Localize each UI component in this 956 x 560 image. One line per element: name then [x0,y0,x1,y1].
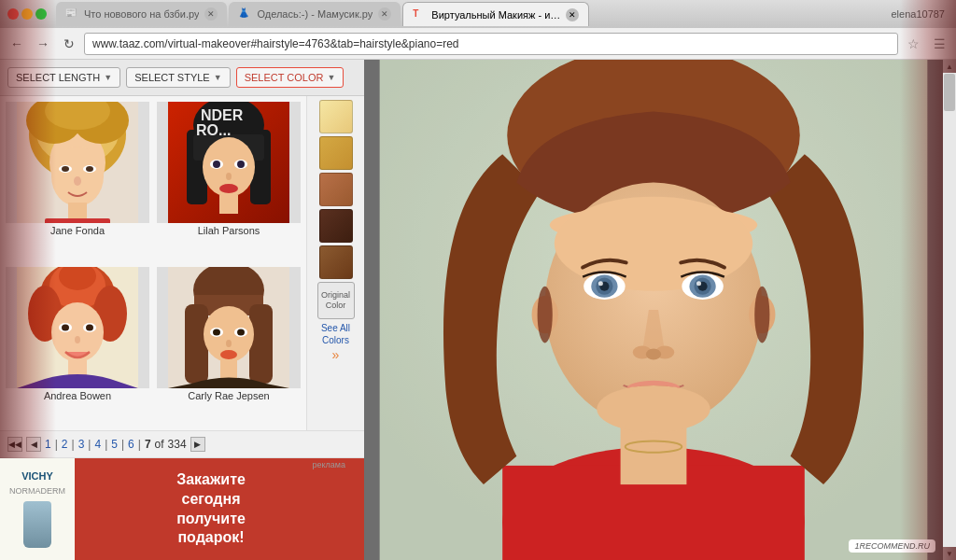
tab-mamusik[interactable]: 👗 Оделась:-) - Мамусик.ру ✕ [229,2,401,26]
color-swatch-light-blonde[interactable] [319,100,353,133]
tab-taaz[interactable]: T Виртуальный Макияж - из... ✕ [402,2,589,26]
page-content: SELECT LENGTH ▼ SELECT STYLE ▼ SELECT CO… [0,60,943,560]
page-7-current: 7 [145,438,151,451]
close-window-btn[interactable] [7,8,19,20]
select-length-label: SELECT LENGTH [16,72,100,83]
ad-label: реклама [313,460,346,469]
svg-point-75 [696,281,701,286]
user-label: elena10787 [891,8,945,20]
page-2[interactable]: 2 [62,438,68,451]
forward-button[interactable]: → [32,33,54,55]
svg-point-26 [219,184,238,193]
svg-point-12 [74,176,81,186]
ad-main-text: Закажитесегодняполучитеподарок! [176,470,246,548]
ad-section: реклама VICHY NORMADERM Закажитесегодняп… [0,457,364,560]
person-photo [364,60,943,560]
svg-point-24 [237,161,245,168]
original-color-label: Original Color [321,290,351,311]
tab-bbgi[interactable]: 📰 Что новового на бзби.ру ✕ [56,2,227,26]
url-bar[interactable] [84,33,898,55]
hairstyle-img-carly-rae-jepsen [157,267,301,388]
svg-rect-46 [185,304,208,384]
vichy-brand: VICHY [21,470,53,483]
see-all-arrow-icon: » [332,346,340,363]
select-color-label: SELECT COLOR [245,72,324,83]
hairstyle-item-carly-rae-jepsen[interactable]: Carly Rae Jepsen [155,265,302,427]
maximize-window-btn[interactable] [35,8,47,20]
hairstyle-item-lilah-parsons[interactable]: NDER RO... Lilah Parsons [155,100,302,261]
see-all-colors-btn[interactable]: See All Colors » [311,322,360,363]
tab3-close[interactable]: ✕ [566,8,579,21]
scroll-up-btn[interactable]: ▲ [943,60,956,73]
recommend-badge: 1RECOMMEND.RU [849,539,935,553]
hairstyle-grid: Jane Fonda [0,96,364,430]
color-swatch-dark-brown[interactable] [319,209,353,243]
ad-text-section: Закажитесегодняполучитеподарок! [75,458,347,560]
color-panel: Original Color See All Colors » [306,96,364,430]
ad-banner[interactable]: реклама VICHY NORMADERM Закажитесегодняп… [0,458,347,560]
scroll-thumb[interactable] [944,74,955,111]
page-1[interactable]: 1 [45,438,51,451]
ad-vichy-logo: VICHY NORMADERM [0,458,75,560]
vichy-product: NORMADERM [9,486,65,496]
tab1-favicon: 📰 [65,7,78,21]
color-swatch-blonde[interactable] [319,136,353,170]
hairstyle-img-lilah-parsons: NDER RO... [157,102,301,223]
svg-point-78 [646,348,661,359]
select-color-btn[interactable]: SELECT COLOR ▼ [236,67,344,88]
svg-point-84 [754,287,769,343]
tab3-favicon: T [413,8,426,21]
select-length-btn[interactable]: SELECT LENGTH ▼ [7,67,120,88]
left-panel: SELECT LENGTH ▼ SELECT STYLE ▼ SELECT CO… [0,60,364,560]
refresh-button[interactable]: ↻ [58,33,80,55]
hairstyle-item-jane-fonda[interactable]: Jane Fonda [4,100,151,261]
scroll-down-btn[interactable]: ▼ [943,547,956,560]
hairstyle-name-2: Andrea Bowen [44,388,111,403]
page-5[interactable]: 5 [111,438,118,451]
tab1-label: Что новового на бзби.ру [84,8,199,20]
select-style-btn[interactable]: SELECT STYLE ▼ [126,67,230,88]
menu-icon[interactable]: ☰ [928,33,950,55]
svg-point-38 [62,325,69,331]
scroll-track[interactable] [943,73,956,547]
color-swatch-medium-brown[interactable] [319,245,353,279]
pagination-next-btn[interactable]: ▶ [190,437,205,452]
svg-point-9 [62,166,69,172]
original-color-btn[interactable]: Original Color [317,282,355,319]
pagination-prev-btn[interactable]: ◀ [26,437,41,452]
color-swatch-auburn[interactable] [319,173,353,206]
tab1-close[interactable]: ✕ [204,7,218,21]
svg-point-54 [220,350,237,359]
svg-point-11 [86,166,93,172]
tab2-favicon: 👗 [238,7,251,21]
back-button[interactable]: ← [6,33,28,55]
svg-point-83 [538,287,553,343]
page-3[interactable]: 3 [78,438,85,451]
tab3-label: Виртуальный Макияж - из... [431,9,560,21]
minimize-window-btn[interactable] [21,8,33,20]
hairstyle-img-jane-fonda [6,102,149,223]
style-arrow-icon: ▼ [214,73,222,82]
ad-red-bar [347,458,364,560]
pagination-first-btn[interactable]: ◀◀ [7,437,22,452]
page-total: 334 [168,438,187,451]
scrollbar: ▲ ▼ [943,60,956,560]
svg-text:RO...: RO... [196,122,231,138]
hairstyle-item-andrea-bowen[interactable]: Andrea Bowen [4,265,151,427]
recommend-text: 1RECOMMEND.RU [854,541,930,551]
svg-point-80 [597,385,710,433]
svg-point-40 [86,325,93,331]
svg-point-25 [226,173,232,180]
select-style-label: SELECT STYLE [134,72,210,83]
svg-point-52 [237,329,245,336]
tab2-close[interactable]: ✕ [378,7,391,21]
color-arrow-icon: ▼ [327,73,335,82]
bookmark-icon[interactable]: ☆ [902,33,924,55]
hairstyle-name-1: Lilah Parsons [198,223,260,238]
page-6[interactable]: 6 [128,438,134,451]
svg-point-50 [213,329,220,336]
svg-text:NDER: NDER [201,107,244,123]
page-4[interactable]: 4 [94,438,101,451]
hairstyle-name-3: Carly Rae Jepsen [188,388,269,403]
tab2-label: Оделась:-) - Мамусик.ру [257,8,373,20]
